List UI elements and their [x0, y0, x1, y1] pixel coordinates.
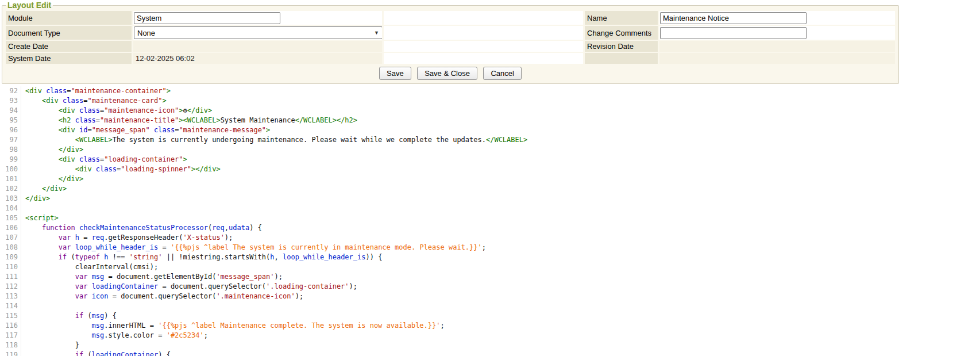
code-line[interactable]: 106 function checkMaintenanceStatusProce… — [0, 223, 980, 233]
code-text: var h = req.getResponseHeader('X-status'… — [21, 233, 233, 243]
line-number: 107 — [0, 233, 21, 243]
line-number: 106 — [0, 223, 21, 233]
code-line[interactable]: 100 <div class="loading-spinner"></div> — [0, 164, 980, 174]
line-number: 99 — [0, 155, 21, 164]
layout-edit-page: Layout Edit Module Name Document Type No… — [0, 1, 980, 356]
code-line[interactable]: 117 msg.style.color = '#2c5234'; — [0, 331, 980, 340]
code-line[interactable]: 94 <div class="maintenance-icon">⚙</div> — [0, 106, 980, 116]
line-number: 102 — [0, 184, 21, 194]
document-type-selected-value: None — [137, 29, 155, 37]
form-actions: Save Save & Close Cancel — [4, 65, 897, 82]
change-comments-label: Change Comments — [585, 26, 658, 40]
code-text — [21, 204, 25, 213]
line-number: 110 — [0, 262, 21, 272]
line-number: 115 — [0, 311, 21, 321]
code-text: </div> — [21, 194, 50, 204]
code-editor[interactable]: 92<div class="maintenance-container">93 … — [0, 84, 980, 356]
line-number: 94 — [0, 106, 21, 116]
code-text: </div> — [21, 145, 83, 155]
save-button[interactable]: Save — [379, 67, 411, 80]
save-and-close-button[interactable]: Save & Close — [417, 67, 477, 80]
line-number: 109 — [0, 252, 21, 262]
spacer-cell — [384, 53, 583, 64]
code-text: msg.innerHTML = '{{%pjs ^label Maintenan… — [21, 321, 445, 331]
code-line[interactable]: 111 var msg = document.getElementById('m… — [0, 272, 980, 282]
code-text: clearInterval(cmsi); — [21, 262, 158, 272]
module-label: Module — [6, 11, 132, 25]
revision-date-value — [659, 41, 895, 52]
code-text: <div class="loading-spinner"></div> — [21, 164, 221, 174]
table-row: Create Date Revision Date — [6, 41, 895, 52]
code-line[interactable]: 112 var loadingContainer = document.quer… — [0, 282, 980, 292]
code-line[interactable]: 93 <div class="maintenance-card"> — [0, 96, 980, 106]
code-text: <div class="maintenance-card"> — [21, 96, 167, 106]
line-number: 113 — [0, 292, 21, 301]
layout-edit-form: Module Name Document Type None ▼ Change … — [4, 10, 897, 65]
table-row: Document Type None ▼ Change Comments — [6, 26, 895, 40]
spacer-cell — [384, 41, 583, 52]
code-line[interactable]: 108 var loop_while_header_is = '{{%pjs ^… — [0, 243, 980, 252]
code-line[interactable]: 103</div> — [0, 194, 980, 204]
code-text: var icon = document.querySelector('.main… — [21, 292, 303, 301]
code-line[interactable]: 119 if (loadingContainer) { — [0, 350, 980, 356]
code-text: <div class="loading-container"> — [21, 155, 187, 164]
code-text: <h2 class="maintenance-title"><WCLABEL>S… — [21, 116, 357, 125]
line-number: 119 — [0, 350, 21, 356]
line-number: 101 — [0, 174, 21, 184]
code-text: var loop_while_header_is = '{{%pjs ^labe… — [21, 243, 486, 252]
code-line[interactable]: 96 <div id="message_span" class="mainten… — [0, 125, 980, 135]
line-number: 118 — [0, 340, 21, 350]
spacer-cell — [384, 11, 583, 25]
code-line[interactable]: 99 <div class="loading-container"> — [0, 155, 980, 164]
code-text: <div class="maintenance-icon">⚙</div> — [21, 106, 212, 116]
module-input[interactable] — [134, 12, 280, 24]
code-text: <div id="message_span" class="maintenanc… — [21, 125, 270, 135]
code-line[interactable]: 118 } — [0, 340, 980, 350]
line-number: 112 — [0, 282, 21, 292]
code-line[interactable]: 105<script> — [0, 213, 980, 223]
chevron-down-icon: ▼ — [374, 30, 379, 36]
line-number: 117 — [0, 331, 21, 340]
code-line[interactable]: 102 </div> — [0, 184, 980, 194]
line-number: 96 — [0, 125, 21, 135]
revision-date-label: Revision Date — [585, 41, 658, 52]
code-text: var msg = document.getElementById('messa… — [21, 272, 283, 282]
code-line[interactable]: 101 </div> — [0, 174, 980, 184]
code-line[interactable]: 116 msg.innerHTML = '{{%pjs ^label Maint… — [0, 321, 980, 331]
code-line[interactable]: 109 if (typeof h !== 'string' || !miestr… — [0, 252, 980, 262]
code-text: function checkMaintenanceStatusProcessor… — [21, 223, 262, 233]
empty-value-cell — [659, 53, 895, 64]
code-text: var loadingContainer = document.querySel… — [21, 282, 357, 292]
code-line[interactable]: 115 if (msg) { — [0, 311, 980, 321]
code-line[interactable]: 98 </div> — [0, 145, 980, 155]
code-line[interactable]: 107 var h = req.getResponseHeader('X-sta… — [0, 233, 980, 243]
code-text — [21, 301, 25, 311]
code-line[interactable]: 95 <h2 class="maintenance-title"><WCLABE… — [0, 116, 980, 125]
system-date-label: System Date — [6, 53, 132, 64]
code-text: <WCLABEL>The system is currently undergo… — [21, 135, 527, 145]
line-number: 116 — [0, 321, 21, 331]
line-number: 100 — [0, 164, 21, 174]
system-date-value: 12-02-2025 06:02 — [133, 53, 382, 64]
code-line[interactable]: 113 var icon = document.querySelector('.… — [0, 292, 980, 301]
table-row: System Date 12-02-2025 06:02 — [6, 53, 895, 64]
empty-label-cell — [585, 53, 658, 64]
name-label: Name — [585, 11, 658, 25]
code-text: if (loadingContainer) { — [21, 350, 171, 356]
code-text: </div> — [21, 174, 83, 184]
cancel-button[interactable]: Cancel — [483, 67, 521, 80]
code-line[interactable]: 104 — [0, 204, 980, 213]
code-line[interactable]: 114 — [0, 301, 980, 311]
code-text: } — [21, 340, 79, 350]
line-number: 95 — [0, 116, 21, 125]
table-row: Module Name — [6, 11, 895, 25]
code-line[interactable]: 92<div class="maintenance-container"> — [0, 86, 980, 96]
code-line[interactable]: 97 <WCLABEL>The system is currently unde… — [0, 135, 980, 145]
code-line[interactable]: 110 clearInterval(cmsi); — [0, 262, 980, 272]
document-type-select[interactable]: None ▼ — [134, 26, 382, 39]
name-input[interactable] — [660, 12, 807, 24]
code-text: if (typeof h !== 'string' || !miestring.… — [21, 252, 382, 262]
line-number: 92 — [0, 86, 21, 96]
change-comments-input[interactable] — [660, 27, 807, 39]
line-number: 105 — [0, 213, 21, 223]
